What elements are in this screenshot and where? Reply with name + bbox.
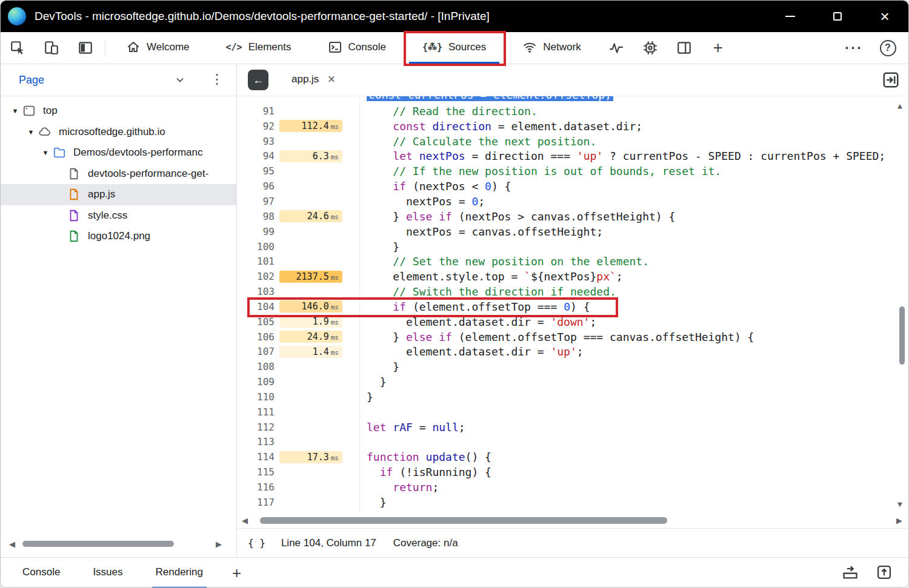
editor-vertical-scrollbar[interactable]: ▲ ▼ (896, 97, 907, 512)
timing-column: 2137.5ms (279, 271, 342, 283)
line-number[interactable]: 92 (237, 121, 275, 132)
line-number[interactable]: 113 (237, 436, 275, 448)
scrollbar-thumb[interactable] (899, 306, 905, 365)
tab-welcome[interactable]: Welcome (113, 32, 203, 64)
minimize-button[interactable] (767, 1, 814, 32)
scroll-left-icon[interactable]: ◀ (242, 516, 248, 525)
add-tab-icon[interactable]: + (701, 32, 735, 64)
line-number[interactable]: 106 (237, 331, 275, 343)
expand-panel-icon[interactable] (876, 564, 893, 583)
line-number[interactable]: 103 (237, 286, 275, 297)
line-number[interactable]: 112 (237, 421, 275, 433)
line-number[interactable]: 98 (237, 211, 275, 222)
line-number[interactable]: 91 (237, 105, 275, 117)
code-line-97: 97 nextPos = 0; (237, 194, 908, 209)
line-number[interactable]: 97 (237, 196, 275, 207)
pane-tab-page[interactable]: Page (19, 74, 44, 87)
line-number[interactable]: 95 (237, 165, 275, 177)
tree-item-label: devtools-performance-get- (88, 168, 208, 180)
scroll-right-icon[interactable]: ▶ (216, 540, 222, 549)
code-line-110: 110} (237, 389, 908, 405)
line-number[interactable]: 101 (237, 256, 275, 267)
line-number[interactable]: 109 (237, 376, 275, 388)
inspect-icon[interactable] (1, 32, 35, 64)
scroll-left-icon[interactable]: ◀ (9, 540, 15, 549)
tab-elements[interactable]: </> Elements (213, 32, 305, 64)
tab-sources[interactable]: {⁂} Sources (409, 32, 499, 64)
file-icon (67, 167, 82, 181)
focus-page-icon[interactable] (68, 32, 102, 64)
line-number[interactable]: 110 (237, 391, 275, 403)
scroll-down-icon[interactable]: ▼ (897, 500, 902, 509)
tree-item-app-js[interactable]: app.js (1, 184, 236, 205)
memory-icon[interactable] (633, 32, 667, 64)
navigator-header: Page ⋮ (1, 64, 236, 96)
line-number[interactable]: 111 (237, 406, 275, 418)
code-text: } (367, 496, 387, 509)
line-number[interactable]: 117 (237, 497, 275, 508)
line-number[interactable]: 100 (237, 241, 275, 253)
tree-item-devtools-performance-get[interactable]: devtools-performance-get- (1, 164, 236, 185)
more-tools-icon[interactable]: ··· (837, 32, 871, 64)
expander-icon[interactable]: ▼ (8, 107, 22, 114)
editor-horizontal-scrollbar[interactable]: ◀ ▶ (237, 514, 908, 528)
close-icon[interactable]: × (327, 73, 335, 86)
tree-item-style-css[interactable]: style.css (1, 205, 236, 226)
scroll-up-icon[interactable]: ▲ (897, 101, 902, 110)
drawer-tab-issues[interactable]: Issues (89, 558, 126, 588)
timing-column: 1.4ms (279, 346, 342, 358)
line-number[interactable]: 107 (237, 346, 275, 357)
layout-panel-icon[interactable] (667, 32, 701, 64)
drawer-tab-rendering[interactable]: Rendering (152, 558, 207, 588)
tree-item-microsoftedge-github-io[interactable]: ▼microsoftedge.github.io (1, 122, 236, 143)
hide-navigator-icon[interactable]: ← (248, 70, 268, 90)
line-number[interactable]: 108 (237, 361, 275, 372)
open-in-sidebar-icon[interactable] (882, 71, 900, 89)
code-text: let rAF = null; (367, 421, 465, 434)
device-emulation-icon[interactable] (35, 32, 68, 64)
line-number[interactable]: 96 (237, 180, 275, 192)
line-number[interactable]: 93 (237, 136, 275, 147)
tree-item-top[interactable]: ▼top (1, 101, 236, 122)
file-tab-appjs[interactable]: app.js × (282, 64, 345, 96)
tab-console[interactable]: Console (315, 32, 399, 64)
timing-badge: 2137.5ms (279, 271, 342, 283)
close-button[interactable]: × (861, 1, 908, 32)
add-drawer-tab-icon[interactable]: + (232, 558, 241, 588)
line-number[interactable]: 105 (237, 316, 275, 328)
code-text: nextPos = 0; (367, 195, 485, 208)
timing-column: 146.0ms (279, 300, 342, 312)
scrollbar-thumb[interactable] (22, 541, 174, 547)
code-text: // Read the direction. (367, 105, 538, 117)
tree-item-demos-devtools-performanc[interactable]: ▼Demos/devtools-performanc (1, 142, 236, 164)
expander-icon[interactable]: ▼ (38, 149, 53, 156)
pretty-print-icon[interactable]: { } (248, 537, 265, 549)
editor-pane: ← app.js × const currentPos = element.of… (237, 64, 908, 557)
line-number[interactable]: 104 (237, 301, 275, 312)
drawer-tab-console[interactable]: Console (19, 558, 64, 588)
scroll-right-icon[interactable]: ▶ (896, 516, 902, 525)
line-number[interactable]: 102 (237, 271, 275, 282)
more-options-icon[interactable]: ⋮ (210, 71, 224, 87)
line-number[interactable]: 114 (237, 451, 275, 463)
show-drawer-icon[interactable] (842, 564, 859, 583)
line-number[interactable]: 99 (237, 226, 275, 237)
scrollbar-thumb[interactable] (260, 517, 667, 524)
help-icon[interactable]: ? (871, 32, 905, 64)
timing-badge: 146.0ms (279, 300, 342, 312)
code-line-96: 96 if (nextPos < 0) { (237, 179, 908, 194)
tab-network[interactable]: Network (509, 32, 594, 64)
home-icon (126, 40, 141, 55)
sidebar-horizontal-scrollbar[interactable]: ◀ ▶ (4, 538, 233, 550)
expander-icon[interactable]: ▼ (24, 128, 38, 136)
code-lines: 91 // Read the direction.92112.4ms const… (237, 104, 908, 510)
code-editor[interactable]: const currentPos = element.offsetTop; 91… (237, 96, 908, 514)
tree-item-logo1024-png[interactable]: logo1024.png (1, 226, 236, 247)
chevron-down-icon[interactable] (174, 74, 186, 88)
performance-icon[interactable] (599, 32, 633, 64)
line-number[interactable]: 94 (237, 150, 275, 162)
maximize-button[interactable] (814, 1, 861, 32)
file-icon (67, 187, 82, 202)
line-number[interactable]: 116 (237, 481, 275, 493)
line-number[interactable]: 115 (237, 466, 275, 478)
